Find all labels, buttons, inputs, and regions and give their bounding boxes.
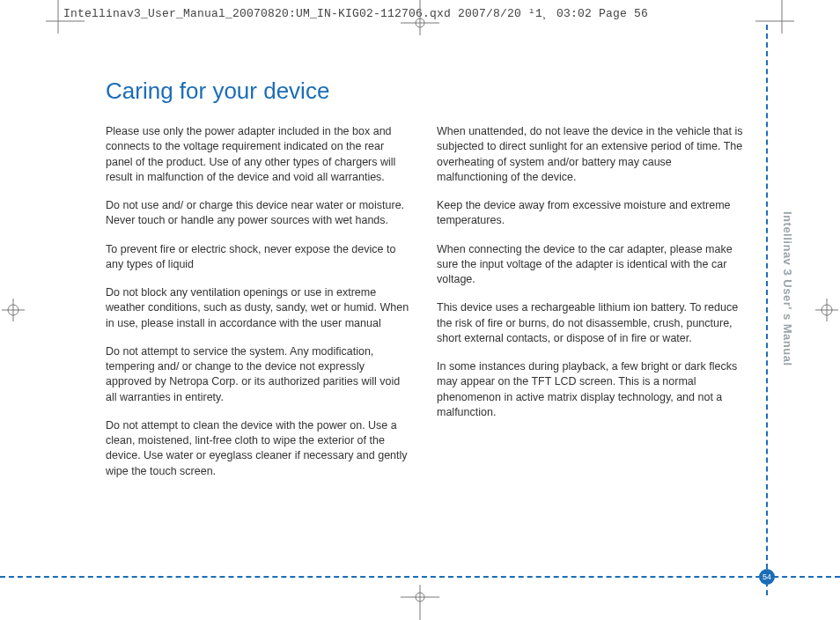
crop-mark-icon	[394, 0, 446, 49]
running-head: Intellinav 3 User' s Manual	[781, 211, 794, 366]
registration-mark-icon	[2, 299, 25, 321]
body-paragraph: Do not attempt to clean the device with …	[106, 418, 412, 479]
body-paragraph: Do not block any ventilation openings or…	[106, 285, 412, 331]
body-paragraph: This device uses a rechargeable lithium …	[437, 300, 743, 346]
crop-mark-icon	[32, 0, 85, 48]
body-paragraph: Please use only the power adapter includ…	[106, 124, 412, 185]
body-paragraph: Do not attempt to service the system. An…	[106, 344, 412, 405]
crop-mark-icon	[755, 0, 808, 48]
trim-guide-vertical	[766, 25, 768, 595]
crop-mark-icon	[394, 571, 446, 620]
left-column: Please use only the power adapter includ…	[106, 124, 412, 492]
registration-mark-icon	[815, 299, 838, 321]
body-paragraph: Do not use and/ or charge this device ne…	[106, 198, 412, 229]
body-paragraph: When unattended, do not leave the device…	[437, 124, 743, 185]
body-paragraph: In some instances during playback, a few…	[437, 359, 743, 420]
body-paragraph: To prevent fire or electric shock, never…	[106, 242, 412, 273]
body-columns: Please use only the power adapter includ…	[106, 124, 743, 492]
page-title: Caring for your device	[106, 78, 743, 105]
page-body: Caring for your device Please use only t…	[106, 78, 743, 567]
right-column: When unattended, do not leave the device…	[437, 124, 743, 492]
body-paragraph: When connecting the device to the car ad…	[437, 242, 743, 288]
trim-guide-horizontal	[0, 576, 840, 578]
page-number-badge: 54	[759, 569, 775, 585]
body-paragraph: Keep the device away from excessive mois…	[437, 198, 743, 229]
prepress-slug: Intellinav3_User_Manual_20070820:UM_IN-K…	[63, 7, 648, 20]
